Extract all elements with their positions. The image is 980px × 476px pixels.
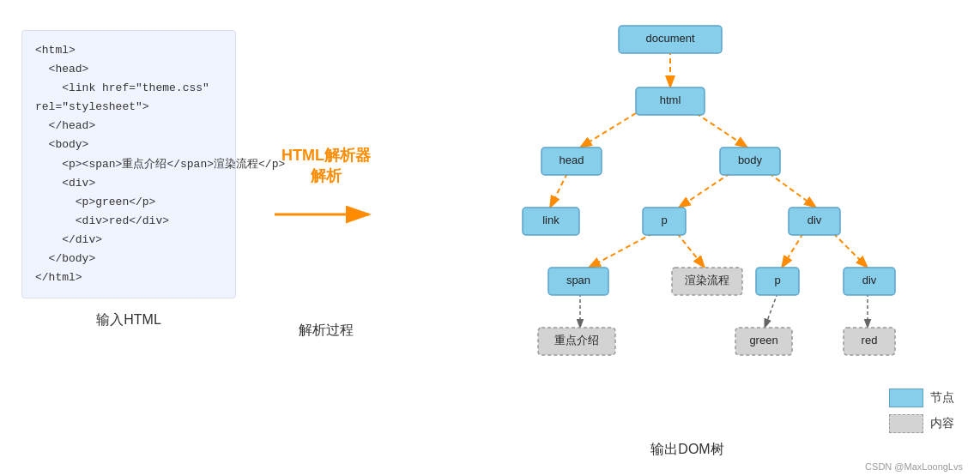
svg-line-8 [679,173,730,208]
parser-subtitle: 解析 [311,167,342,184]
middle-label: 解析过程 [299,322,354,340]
node-div: div [789,208,840,235]
code-block: <html> <head> <link href="theme.css" rel… [21,30,236,298]
svg-text:link: link [542,214,560,226]
node-render: 渲染流程 [672,268,742,295]
code-panel: <html> <head> <link href="theme.css" rel… [9,17,249,467]
big-arrow-svg [270,193,382,236]
watermark: CSDN @MaxLoongLvs [865,461,963,472]
legend-blue-box [889,389,923,407]
svg-text:p: p [774,274,780,286]
svg-line-5 [580,113,636,148]
svg-text:div: div [862,274,877,286]
svg-text:html: html [660,93,681,106]
svg-text:red: red [862,334,878,346]
node-link: link [523,208,579,235]
node-html: html [636,87,705,115]
svg-text:渲染流程: 渲染流程 [685,274,729,286]
svg-text:body: body [738,154,763,166]
code-label: 输入HTML [21,311,236,329]
dom-tree-svg: document html head body link [403,17,971,429]
node-red: red [844,328,895,355]
node-p2: p [756,268,799,295]
node-span: span [548,268,608,295]
svg-line-7 [550,173,567,208]
node-green: green [735,328,792,355]
svg-line-13 [833,233,868,268]
svg-line-15 [765,293,777,328]
node-body: body [720,148,780,175]
parser-title: HTML解析器 [281,147,371,164]
svg-line-6 [696,113,747,148]
svg-text:div: div [808,214,822,226]
legend-gray-label: 内容 [930,416,954,431]
node-p: p [643,208,686,235]
node-div2: div [844,268,895,295]
svg-line-11 [677,233,705,268]
legend-blue: 节点 [889,389,954,407]
svg-text:document: document [645,32,694,45]
svg-line-12 [782,233,803,268]
svg-text:green: green [749,334,777,346]
node-zhongdian: 重点介绍 [538,328,615,355]
svg-text:p: p [661,214,667,226]
tree-panel: document html head body link [403,17,971,467]
legend-blue-label: 节点 [930,390,954,406]
svg-line-10 [589,233,653,268]
svg-text:重点介绍: 重点介绍 [554,334,599,346]
main-container: <html> <head> <link href="theme.css" rel… [0,0,980,476]
node-head: head [541,148,602,175]
legend: 节点 内容 [889,389,954,433]
legend-gray-box [889,414,923,433]
tree-label: 输出DOM树 [650,441,723,459]
node-document: document [619,26,722,53]
legend-gray: 内容 [889,414,954,433]
svg-text:span: span [566,274,590,286]
svg-line-9 [769,173,816,208]
arrow-panel: HTML解析器 解析 解析过程 [249,17,403,467]
svg-text:head: head [560,154,584,166]
